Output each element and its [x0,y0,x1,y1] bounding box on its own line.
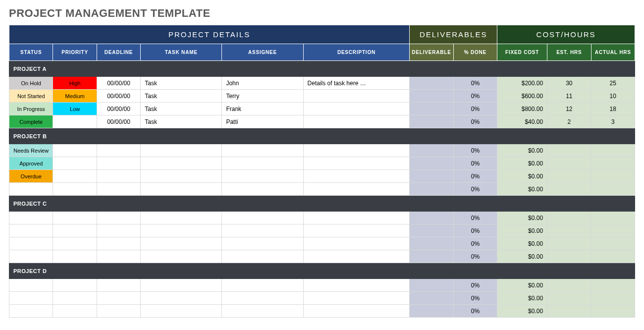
task-cell[interactable]: Task [141,90,222,103]
est-hrs-cell[interactable]: 2 [547,115,591,128]
assignee-cell[interactable] [222,250,303,263]
status-cell[interactable] [9,183,53,196]
assignee-cell[interactable] [222,183,303,196]
est-hrs-cell[interactable] [547,250,591,263]
cost-cell[interactable]: $0.00 [497,250,547,263]
act-hrs-cell[interactable] [591,170,635,183]
deadline-cell[interactable] [97,292,140,305]
deliverable-cell[interactable] [410,77,453,90]
done-cell[interactable]: 0% [453,157,497,170]
task-cell[interactable] [141,292,222,305]
deadline-cell[interactable] [97,183,140,196]
desc-cell[interactable] [303,144,410,157]
cost-cell[interactable]: $200.00 [497,77,547,90]
done-cell[interactable]: 0% [453,292,497,305]
deadline-cell[interactable] [97,144,140,157]
status-cell[interactable]: Not Started [9,90,53,103]
assignee-cell[interactable] [222,170,303,183]
prio-cell[interactable]: High [53,77,97,90]
desc-cell[interactable] [303,103,410,115]
task-cell[interactable] [141,212,222,224]
prio-cell[interactable] [53,224,97,237]
cost-cell[interactable]: $0.00 [497,237,547,250]
desc-cell[interactable] [303,237,410,250]
act-hrs-cell[interactable] [591,183,635,196]
deadline-cell[interactable] [97,279,140,292]
act-hrs-cell[interactable]: 18 [591,103,635,115]
assignee-cell[interactable] [222,144,303,157]
task-cell[interactable] [141,224,222,237]
deadline-cell[interactable] [97,250,140,263]
task-cell[interactable]: Task [141,103,222,115]
done-cell[interactable]: 0% [453,77,497,90]
deadline-cell[interactable]: 00/00/00 [97,103,140,115]
est-hrs-cell[interactable] [547,212,591,224]
status-cell[interactable]: Complete [9,115,53,128]
assignee-cell[interactable] [222,157,303,170]
deliverable-cell[interactable] [410,305,453,318]
desc-cell[interactable]: Details of task here … [303,77,410,90]
act-hrs-cell[interactable] [591,250,635,263]
status-cell[interactable]: In Progress [9,103,53,115]
task-cell[interactable] [141,250,222,263]
done-cell[interactable]: 0% [453,250,497,263]
est-hrs-cell[interactable] [547,224,591,237]
deliverable-cell[interactable] [410,250,453,263]
cost-cell[interactable]: $0.00 [497,144,547,157]
assignee-cell[interactable] [222,224,303,237]
task-cell[interactable] [141,305,222,318]
done-cell[interactable]: 0% [453,115,497,128]
cost-cell[interactable]: $0.00 [497,224,547,237]
act-hrs-cell[interactable] [591,279,635,292]
assignee-cell[interactable]: John [222,77,303,90]
assignee-cell[interactable]: Frank [222,103,303,115]
task-cell[interactable] [141,237,222,250]
cost-cell[interactable]: $800.00 [497,103,547,115]
deliverable-cell[interactable] [410,279,453,292]
status-cell[interactable] [9,224,53,237]
done-cell[interactable]: 0% [453,90,497,103]
done-cell[interactable]: 0% [453,305,497,318]
deadline-cell[interactable] [97,237,140,250]
est-hrs-cell[interactable]: 12 [547,103,591,115]
deadline-cell[interactable]: 00/00/00 [97,90,140,103]
cost-cell[interactable]: $0.00 [497,305,547,318]
est-hrs-cell[interactable] [547,237,591,250]
done-cell[interactable]: 0% [453,144,497,157]
deadline-cell[interactable] [97,170,140,183]
deliverable-cell[interactable] [410,115,453,128]
deliverable-cell[interactable] [410,90,453,103]
done-cell[interactable]: 0% [453,170,497,183]
prio-cell[interactable] [53,183,97,196]
act-hrs-cell[interactable]: 25 [591,77,635,90]
prio-cell[interactable] [53,305,97,318]
act-hrs-cell[interactable] [591,224,635,237]
act-hrs-cell[interactable] [591,212,635,224]
prio-cell[interactable] [53,212,97,224]
assignee-cell[interactable] [222,305,303,318]
status-cell[interactable] [9,292,53,305]
cost-cell[interactable]: $600.00 [497,90,547,103]
deadline-cell[interactable]: 00/00/00 [97,115,140,128]
status-cell[interactable] [9,250,53,263]
done-cell[interactable]: 0% [453,183,497,196]
task-cell[interactable] [141,170,222,183]
done-cell[interactable]: 0% [453,237,497,250]
prio-cell[interactable] [53,170,97,183]
est-hrs-cell[interactable] [547,170,591,183]
done-cell[interactable]: 0% [453,224,497,237]
task-cell[interactable]: Task [141,77,222,90]
assignee-cell[interactable] [222,212,303,224]
done-cell[interactable]: 0% [453,279,497,292]
assignee-cell[interactable]: Terry [222,90,303,103]
deadline-cell[interactable]: 00/00/00 [97,77,140,90]
prio-cell[interactable] [53,237,97,250]
assignee-cell[interactable] [222,279,303,292]
status-cell[interactable] [9,212,53,224]
deliverable-cell[interactable] [410,237,453,250]
deliverable-cell[interactable] [410,212,453,224]
act-hrs-cell[interactable] [591,237,635,250]
deadline-cell[interactable] [97,157,140,170]
desc-cell[interactable] [303,183,410,196]
act-hrs-cell[interactable] [591,157,635,170]
